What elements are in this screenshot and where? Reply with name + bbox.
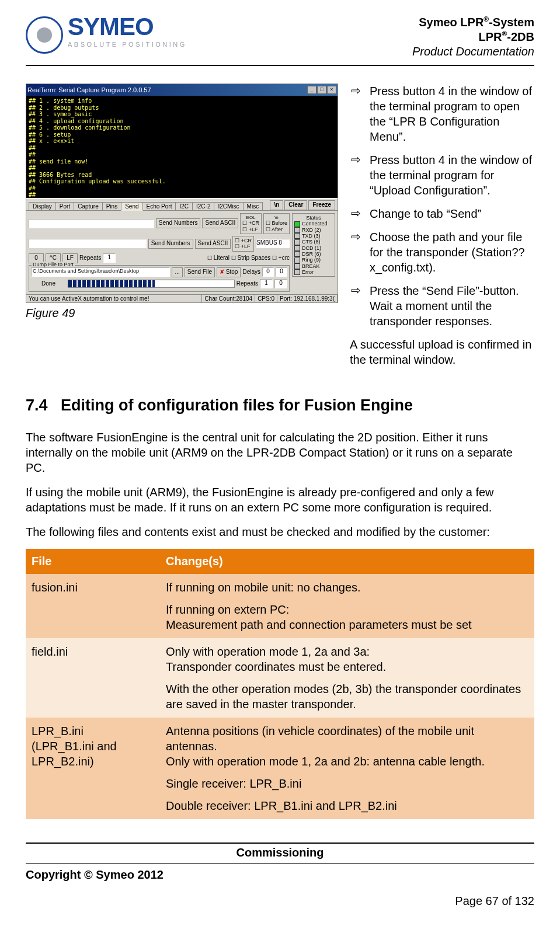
tab-misc[interactable]: Misc xyxy=(243,202,263,211)
send-numbers-button-2[interactable]: Send Numbers xyxy=(148,239,193,249)
tab-echoport[interactable]: Echo Port xyxy=(142,202,176,211)
x-icon: ✘ xyxy=(220,269,224,275)
progress-bar xyxy=(68,280,235,288)
status-ring: Ring (9) xyxy=(302,257,321,263)
note-text: A successful upload is confirmed in the … xyxy=(350,337,534,367)
statusbar-msg: You can use ActiveX automation to contro… xyxy=(26,295,202,303)
status-bar: You can use ActiveX automation to contro… xyxy=(26,294,338,303)
cell-change-p: If running on mobile unit: no changes. xyxy=(166,580,528,595)
smbus-select[interactable]: SMBUS 8 xyxy=(256,239,290,248)
arrow-right-icon: ⇨ xyxy=(350,152,361,166)
close-icon[interactable]: × xyxy=(327,86,336,94)
cell-change-p: Only with operation mode 1, 2a and 3a: T… xyxy=(166,644,528,674)
repeats-input[interactable]: 1 xyxy=(103,253,116,263)
status-txd: TXD (3) xyxy=(302,233,321,239)
send-input-2[interactable] xyxy=(29,239,147,248)
led-icon xyxy=(294,257,300,263)
led-icon xyxy=(294,263,300,269)
send-file-button[interactable]: Send File xyxy=(185,267,215,277)
delays-label: Delays xyxy=(242,269,260,276)
cell-change: If running on mobile unit: no changes. I… xyxy=(160,574,534,638)
arrow-right-icon: ⇨ xyxy=(350,83,361,98)
footer-section: Commissioning xyxy=(26,843,534,859)
body-paragraph: The software FusionEngine is the central… xyxy=(26,430,534,475)
led-icon xyxy=(294,233,300,239)
eol-group-2: +CR +LF xyxy=(232,236,254,252)
tab-i2c2[interactable]: I2C-2 xyxy=(192,202,214,211)
delay-input-2[interactable]: 0 xyxy=(276,267,287,277)
tab-send[interactable]: Send xyxy=(121,202,142,211)
doc-title-line2a: LPR xyxy=(478,30,502,43)
delay-input-1[interactable]: 0 xyxy=(262,267,274,277)
cell-change: Only with operation mode 1, 2a and 3a: T… xyxy=(160,638,534,718)
send-ascii-button-1[interactable]: Send ASCII xyxy=(202,218,238,228)
config-files-table: File Change(s) fusion.ini If running on … xyxy=(26,549,534,819)
status-connected: Connected xyxy=(302,221,328,227)
status-dcd: DCD (1) xyxy=(302,245,321,251)
browse-button[interactable]: ... xyxy=(172,267,182,277)
tab-display[interactable]: Display xyxy=(29,202,56,211)
send-ascii-button-2[interactable]: Send ASCII xyxy=(195,239,231,249)
tab-i2c[interactable]: I2C xyxy=(175,202,193,211)
eol-cr-2[interactable]: +CR xyxy=(235,238,252,243)
crc-check[interactable]: +crc xyxy=(272,255,290,262)
extra-input[interactable]: 0 xyxy=(274,279,287,288)
status-dsr: DSR (6) xyxy=(302,251,321,257)
tab-port[interactable]: Port xyxy=(55,202,74,211)
eol-lf-2[interactable]: +LF xyxy=(235,243,252,249)
literal-check[interactable]: Literal xyxy=(207,255,229,262)
freeze-button[interactable]: Freeze xyxy=(308,200,335,210)
doc-title-block: Symeo LPR®-System LPR®-2DB Product Docum… xyxy=(412,15,534,59)
tab-i2cmisc[interactable]: I2CMisc xyxy=(214,202,243,211)
instruction-text: Press button 4 in the window of the term… xyxy=(370,83,534,144)
clear-button[interactable]: Clear xyxy=(284,200,307,210)
stop-button[interactable]: ✘ Stop xyxy=(217,267,241,277)
tab-capture[interactable]: Capture xyxy=(74,202,103,211)
footer-copyright: Copyright © Symeo 2012 xyxy=(26,863,534,882)
page-footer: Commissioning Copyright © Symeo 2012 Pag… xyxy=(26,843,534,908)
dump-path-input[interactable]: C:\Documents and Settings\brauckm\Deskto… xyxy=(31,267,170,277)
status-label: Status xyxy=(294,215,333,221)
n-group: \n Before After xyxy=(263,213,290,234)
section-heading: 7.4 Editing of configuration files for F… xyxy=(26,396,534,415)
status-error: Error xyxy=(302,269,314,275)
maximize-icon[interactable]: □ xyxy=(317,86,326,94)
table-row: field.ini Only with operation mode 1, 2a… xyxy=(26,638,534,718)
minimize-icon[interactable]: _ xyxy=(307,86,316,94)
led-icon xyxy=(294,251,300,257)
window-titlebar: RealTerm: Serial Capture Program 2.0.0.5… xyxy=(26,84,338,96)
arrow-right-icon: ⇨ xyxy=(350,283,361,297)
tab-pins[interactable]: Pins xyxy=(102,202,121,211)
n-before[interactable]: Before xyxy=(266,220,287,226)
logo: SYMEO ABSOLUTE POSITIONING xyxy=(26,15,187,54)
eol-cr-1[interactable]: +CR xyxy=(242,220,259,226)
body-paragraph: If using the mobile unit (ARM9), the Fus… xyxy=(26,485,534,515)
status-panel: Status Connected RXD (2) TXD (3) CTS (8)… xyxy=(292,213,335,277)
strip-check[interactable]: Strip Spaces xyxy=(231,255,270,262)
table-header-change: Change(s) xyxy=(160,549,534,574)
arrow-right-icon: ⇨ xyxy=(350,206,361,220)
doc-title-line1a: Symeo LPR xyxy=(419,16,484,29)
newline-button[interactable]: \n xyxy=(270,200,283,210)
repeats2-input[interactable]: 1 xyxy=(260,279,273,288)
stop-label: Stop xyxy=(226,269,238,275)
send-numbers-button-1[interactable]: Send Numbers xyxy=(156,218,201,228)
arrow-right-icon: ⇨ xyxy=(350,229,361,243)
send-input-1[interactable] xyxy=(29,219,154,228)
statusbar-chars: Char Count:28104 xyxy=(202,295,255,303)
done-label: Done xyxy=(31,280,66,287)
eol-group: EOL +CR +LF xyxy=(240,213,262,234)
cell-change-p: With the other operation modes (2b, 3b) … xyxy=(166,681,528,712)
footer-page-number: Page 67 of 132 xyxy=(26,894,534,908)
cell-file: fusion.ini xyxy=(26,574,160,638)
statusbar-port: Port: 192.168.1.99:3( xyxy=(277,295,338,303)
logo-icon xyxy=(26,16,63,54)
n-after[interactable]: After xyxy=(266,227,287,232)
statusbar-cps: CPS:0 xyxy=(255,295,277,303)
status-cts: CTS (8) xyxy=(302,239,321,245)
eol-lf-1[interactable]: +LF xyxy=(242,227,259,232)
table-row: LPR_B.ini (LPR_B1.ini and LPR_B2.ini) An… xyxy=(26,718,534,819)
n-label: \n xyxy=(266,215,287,220)
instruction-text: Press button 4 in the window of the term… xyxy=(370,152,534,198)
instruction-text: Change to tab “Send” xyxy=(370,206,534,221)
